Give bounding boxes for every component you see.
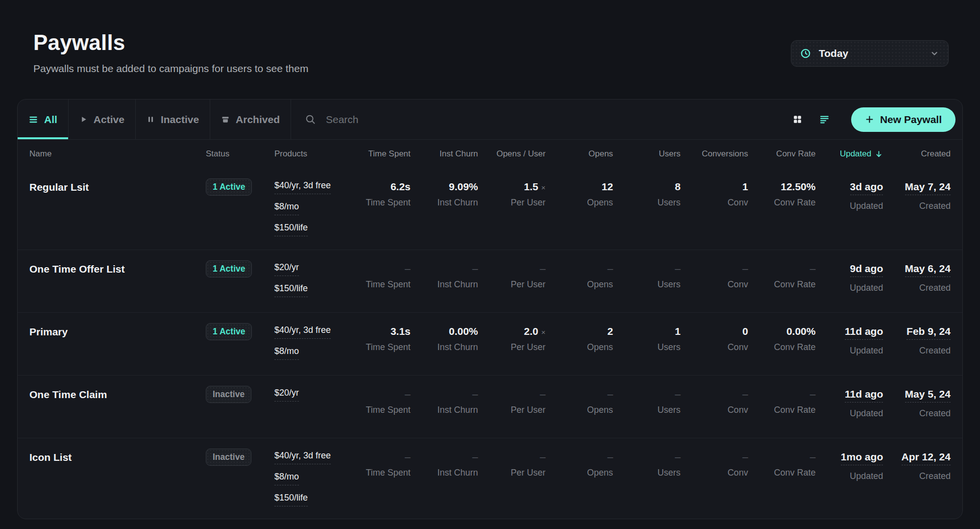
metric-inst-churn: –Inst Churn (411, 389, 478, 415)
table-body: Regular Lsit 1 Active $40/yr, 3d free$8/… (18, 168, 962, 519)
column-header-inst-churn[interactable]: Inst Churn (440, 149, 478, 159)
column-header-opens-user[interactable]: Opens / User (496, 149, 545, 159)
paywall-name[interactable]: Icon List (29, 452, 72, 463)
tab-label: Inactive (161, 114, 199, 126)
metric-value: 1.5× (524, 181, 545, 192)
tab-label: Archived (236, 114, 280, 126)
column-header-products[interactable]: Products (274, 149, 343, 159)
metric-label: Conv (728, 198, 748, 208)
grid-view-icon (792, 114, 803, 125)
table-row[interactable]: Icon List Inactive $40/yr, 3d free$8/mo$… (18, 438, 962, 519)
metric-value: May 5, 24 (905, 389, 951, 403)
metric-value: 11d ago (845, 326, 883, 340)
column-header-status[interactable]: Status (206, 149, 274, 159)
metric-value: – (675, 452, 681, 462)
paywall-name[interactable]: One Time Claim (29, 389, 107, 400)
tab-all[interactable]: All (18, 100, 69, 139)
tab-active[interactable]: Active (69, 100, 136, 139)
multiplier-suffix: × (541, 328, 546, 336)
name-cell: Primary (29, 326, 206, 338)
product-item[interactable]: $8/mo (274, 472, 299, 485)
metric-value: – (607, 389, 613, 399)
status-badge: Inactive (206, 386, 251, 403)
metric-inst-churn: 9.09%Inst Churn (411, 181, 478, 208)
metric-value: – (742, 452, 748, 462)
metric-value: 8 (675, 181, 681, 192)
date-filter-label: Today (819, 48, 848, 59)
column-header-time-spent[interactable]: Time Spent (368, 149, 410, 159)
date-filter-dropdown[interactable]: Today (791, 40, 949, 67)
paywall-name[interactable]: Regular Lsit (29, 181, 89, 193)
metric-opens: –Opens (545, 452, 613, 478)
metric-label: Created (919, 471, 951, 481)
products-cell: $40/yr, 3d free$8/mo$150/life (274, 451, 343, 506)
paywall-name[interactable]: Primary (29, 326, 68, 337)
metric-label: Inst Churn (438, 468, 478, 478)
grid-view-button[interactable] (790, 112, 805, 126)
column-header-name[interactable]: Name (29, 149, 206, 159)
list-lines-icon (28, 115, 38, 125)
products-cell: $40/yr, 3d free$8/mo$150/life (274, 180, 343, 236)
metric-label: Per User (511, 468, 545, 478)
multiplier-suffix: × (541, 183, 546, 192)
search-box[interactable] (291, 100, 790, 139)
status-badge: 1 Active (206, 323, 252, 340)
new-paywall-button[interactable]: New Paywall (851, 107, 956, 132)
product-item[interactable]: $40/yr, 3d free (274, 451, 331, 464)
product-item[interactable]: $20/yr (274, 262, 299, 276)
metric-label: Inst Churn (438, 405, 478, 415)
metric-label: Conv Rate (774, 405, 815, 415)
search-input[interactable] (325, 113, 785, 126)
metric-value: 2 (607, 326, 613, 336)
metric-label: Conv (728, 468, 748, 478)
metric-value: 1 (675, 326, 681, 336)
metric-value: 3d ago (850, 181, 883, 195)
list-view-button[interactable] (817, 112, 832, 126)
metric-label: Conv Rate (774, 468, 815, 478)
product-item[interactable]: $150/life (274, 223, 308, 236)
name-cell: One Time Claim (29, 389, 206, 401)
metric-label: Conv Rate (774, 279, 815, 290)
metric-value: – (540, 452, 546, 462)
metric-label: Created (919, 346, 951, 356)
metric-label: Conv Rate (774, 342, 815, 353)
product-item[interactable]: $40/yr, 3d free (274, 180, 331, 194)
tab-inactive[interactable]: Inactive (136, 100, 210, 139)
table-row[interactable]: One Time Offer List 1 Active $20/yr$150/… (18, 250, 962, 312)
metric-label: Updated (850, 283, 883, 293)
metric-users: –Users (613, 452, 681, 478)
metric-label: Inst Churn (438, 279, 478, 290)
product-item[interactable]: $150/life (274, 493, 308, 506)
metric-per-user: 2.0×Per User (478, 326, 546, 353)
table-row[interactable]: Regular Lsit 1 Active $40/yr, 3d free$8/… (18, 168, 962, 250)
metric-conv-rate: –Conv Rate (748, 389, 816, 415)
chevron-down-icon (930, 49, 939, 58)
tab-archived[interactable]: Archived (210, 100, 291, 139)
product-item[interactable]: $20/yr (274, 388, 299, 402)
list-view-icon (819, 114, 830, 125)
metric-inst-churn: –Inst Churn (411, 263, 478, 290)
product-item[interactable]: $150/life (274, 283, 308, 297)
column-header-users[interactable]: Users (659, 149, 680, 159)
metric-opens: 2Opens (545, 326, 613, 353)
column-header-updated[interactable]: Updated (840, 149, 883, 159)
table-row[interactable]: Primary 1 Active $40/yr, 3d free$8/mo 3.… (18, 312, 962, 375)
table-row[interactable]: One Time Claim Inactive $20/yr –Time Spe… (18, 375, 962, 438)
product-item[interactable]: $8/mo (274, 346, 299, 360)
metric-value: – (810, 263, 816, 274)
product-item[interactable]: $8/mo (274, 202, 299, 215)
paywall-name[interactable]: One Time Offer List (29, 263, 125, 275)
page-titles: Paywalls Paywalls must be added to campa… (33, 30, 308, 75)
column-header-conv-rate[interactable]: Conv Rate (776, 149, 815, 159)
paywalls-page: Paywalls Paywalls must be added to campa… (0, 0, 980, 519)
page-header: Paywalls Paywalls must be added to campa… (0, 0, 980, 75)
metric-per-user: –Per User (478, 389, 546, 415)
column-header-conversions[interactable]: Conversions (702, 149, 748, 159)
column-header-opens[interactable]: Opens (588, 149, 613, 159)
metric-conv-rate: 12.50%Conv Rate (748, 181, 816, 208)
metric-value: 0.00% (786, 326, 816, 336)
column-header-created[interactable]: Created (921, 149, 951, 159)
products-cell: $40/yr, 3d free$8/mo (274, 325, 343, 360)
product-item[interactable]: $40/yr, 3d free (274, 325, 331, 339)
metric-per-user: –Per User (478, 263, 546, 290)
